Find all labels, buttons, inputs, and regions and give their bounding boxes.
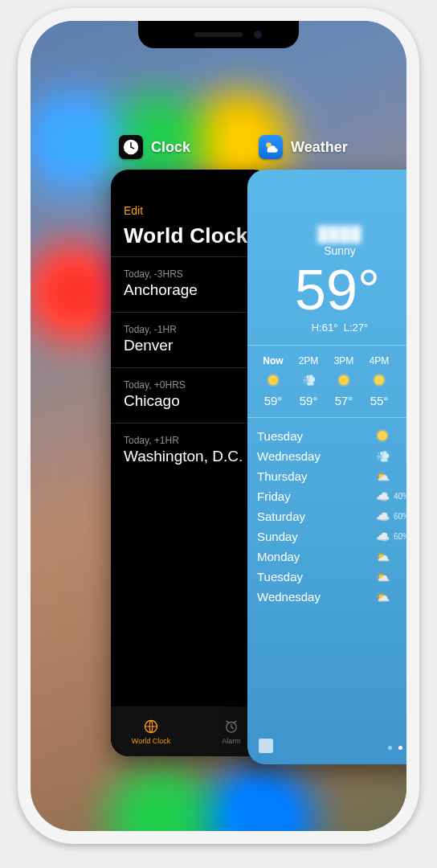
- day-icon: [371, 429, 394, 443]
- weather-temp: 59°: [254, 262, 406, 318]
- page-title: World Clock: [124, 223, 259, 248]
- precip-pct: 60%: [394, 512, 406, 521]
- hour-icon: 💨: [302, 373, 316, 387]
- hour-column: 4:4Su: [397, 355, 406, 407]
- hour-label: 3PM: [334, 355, 354, 366]
- day-row: Wednesday⛅: [257, 587, 406, 607]
- day-name: Tuesday: [257, 429, 371, 443]
- city-name: Washington, D.C.: [124, 448, 259, 465]
- day-icon: ☁️: [371, 530, 394, 543]
- day-row: Wednesday💨: [257, 446, 406, 466]
- day-row: Tuesday: [257, 426, 406, 446]
- offset-label: Today, +1HR: [124, 435, 259, 446]
- day-icon: ☁️: [371, 489, 394, 503]
- notch: [138, 21, 299, 48]
- hour-label: 4PM: [370, 355, 390, 366]
- hour-column: 3PM57°: [326, 355, 361, 407]
- weather-high-low: H:61° L:27°: [254, 321, 406, 334]
- day-row: Saturday☁️60%: [257, 506, 406, 526]
- weather-city: ████: [254, 226, 406, 243]
- day-row: Sunday☁️60%: [257, 526, 406, 547]
- day-icon: ⛅: [371, 570, 394, 583]
- tab-world-clock[interactable]: World Clock: [111, 706, 191, 756]
- day-name: Wednesday: [257, 449, 371, 463]
- hour-icon: [374, 373, 384, 387]
- page-dots[interactable]: [388, 746, 406, 750]
- day-icon: ☁️: [371, 510, 394, 523]
- precip-pct: 60%: [394, 532, 406, 541]
- clock-icon: [119, 135, 143, 159]
- day-name: Friday: [257, 489, 371, 503]
- day-name: Thursday: [257, 469, 371, 483]
- app-switcher[interactable]: Clock Weather Edit World Clock Today, -3…: [31, 21, 406, 831]
- hour-icon: [268, 373, 278, 387]
- hour-column: 4PM55°: [361, 355, 397, 407]
- day-icon: 💨: [371, 449, 394, 463]
- daily-forecast[interactable]: TuesdayWednesday💨Thursday⛅Friday☁️40%Sat…: [247, 418, 406, 615]
- offset-label: Today, +0HRS: [124, 379, 259, 391]
- day-icon: ⛅: [371, 469, 394, 483]
- day-row: Friday☁️40%: [257, 486, 406, 506]
- day-name: Wednesday: [257, 590, 371, 604]
- day-icon: ⛅: [371, 590, 394, 604]
- app-card-weather[interactable]: ████ Sunny 59° H:61° L:27° Now59°2PM💨59°…: [247, 170, 406, 764]
- hour-temp: 55°: [370, 394, 389, 407]
- day-name: Monday: [257, 550, 371, 563]
- hour-column: 2PM💨59°: [291, 355, 326, 407]
- offset-label: Today, -1HR: [124, 324, 259, 335]
- tab-label: Alarm: [222, 737, 241, 745]
- hour-temp: 59°: [264, 394, 283, 407]
- weather-provider-icon[interactable]: [259, 739, 273, 753]
- day-icon: ⛅: [371, 550, 394, 563]
- city-name: Chicago: [124, 392, 259, 410]
- hour-icon: [339, 373, 349, 387]
- hour-column: Now59°: [255, 355, 291, 407]
- app-label-text: Clock: [151, 139, 190, 156]
- day-row: Tuesday⛅: [257, 567, 406, 587]
- day-name: Tuesday: [257, 570, 371, 583]
- hour-temp: 57°: [335, 394, 353, 407]
- city-name: Denver: [124, 337, 259, 354]
- weather-icon: [259, 135, 283, 159]
- app-label-weather[interactable]: Weather: [259, 135, 348, 159]
- hourly-forecast[interactable]: Now59°2PM💨59°3PM57°4PM55°4:4Su: [247, 345, 406, 418]
- day-name: Sunday: [257, 530, 371, 543]
- day-name: Saturday: [257, 510, 371, 523]
- weather-condition: Sunny: [254, 244, 406, 257]
- tab-label: World Clock: [132, 737, 170, 745]
- day-row: Thursday⛅: [257, 466, 406, 486]
- screen: Clock Weather Edit World Clock Today, -3…: [31, 21, 406, 831]
- hour-label: Now: [263, 355, 283, 366]
- day-row: Monday⛅: [257, 547, 406, 567]
- hour-temp: 59°: [300, 394, 318, 407]
- app-label-clock[interactable]: Clock: [119, 135, 190, 159]
- app-label-text: Weather: [291, 139, 348, 156]
- hour-label: 2PM: [299, 355, 319, 366]
- edit-button[interactable]: Edit: [124, 204, 143, 217]
- offset-label: Today, -3HRS: [124, 268, 259, 280]
- city-name: Anchorage: [124, 281, 259, 299]
- precip-pct: 40%: [394, 492, 406, 501]
- iphone-frame: Clock Weather Edit World Clock Today, -3…: [18, 8, 419, 844]
